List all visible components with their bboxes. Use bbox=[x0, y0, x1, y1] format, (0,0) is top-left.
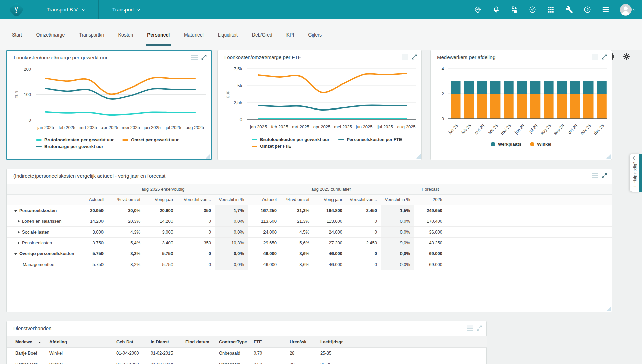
kpi-row-label[interactable]: Pensioenlasten bbox=[7, 237, 78, 248]
kpi-table-card[interactable]: (Indirecte)personeelskosten vergelijk ac… bbox=[6, 169, 612, 312]
legend-item-werkplaats[interactable]: Werkplaats bbox=[491, 142, 521, 147]
bar-werkplaats-dec-25[interactable] bbox=[597, 81, 607, 94]
series-line-brutomarge-per-gewerkt-uur[interactable] bbox=[46, 88, 195, 99]
column-header-medewe[interactable]: Medewe... bbox=[7, 336, 47, 347]
column-header-uren-wk[interactable]: Uren/wk bbox=[287, 336, 318, 347]
bar-winkel-jun-25[interactable] bbox=[517, 94, 527, 119]
series-line-omzet-per-fte[interactable] bbox=[258, 73, 407, 92]
card-menu-icon[interactable] bbox=[466, 325, 473, 331]
bar-winkel-feb-25[interactable] bbox=[464, 94, 474, 119]
column-header-in-dienst[interactable]: In Dienst bbox=[148, 336, 183, 347]
account-menu[interactable] bbox=[620, 4, 635, 16]
resize-grip[interactable] bbox=[416, 154, 421, 159]
notifications-bell-icon[interactable] bbox=[492, 6, 500, 14]
bar-werkplaats-okt-25[interactable] bbox=[570, 81, 580, 94]
column-header[interactable]: Verschil vori... bbox=[346, 194, 381, 205]
tab-materieel[interactable]: Materieel bbox=[177, 19, 211, 50]
column-header-fte[interactable]: FTE bbox=[251, 336, 287, 347]
legend-item-brutoloonkosten-per-gewerkt-uur[interactable]: Brutoloonkosten per gewerkt uur bbox=[36, 137, 114, 142]
legend-item-brutoloonkosten-per-gewerkt-uur[interactable]: Brutoloonkosten per gewerkt uur bbox=[252, 137, 329, 142]
bar-winkel-apr-25[interactable] bbox=[490, 94, 501, 119]
column-header[interactable]: % vd omzet bbox=[281, 194, 314, 205]
tasks-check-icon[interactable] bbox=[529, 6, 536, 14]
column-header[interactable]: Actueel bbox=[248, 194, 281, 205]
bar-werkplaats-sep-25[interactable] bbox=[557, 81, 567, 94]
expand-icon[interactable] bbox=[601, 173, 607, 179]
kpi-row-label[interactable]: Personeelskosten bbox=[7, 205, 78, 216]
tab-transportkn[interactable]: Transportkn bbox=[72, 19, 111, 50]
column-header[interactable]: Vorig jaar bbox=[144, 194, 177, 205]
column-header[interactable]: Vorig jaar bbox=[314, 194, 346, 205]
series-line-personeelskosten-per-fte[interactable] bbox=[258, 105, 407, 110]
bar-winkel-mrt-25[interactable] bbox=[477, 94, 487, 119]
kpi-row-label[interactable]: Lonen en salarissen bbox=[7, 216, 78, 226]
bar-winkel-aug-25[interactable] bbox=[544, 94, 554, 119]
resize-grip[interactable] bbox=[206, 154, 210, 159]
column-header[interactable]: Verschil in % bbox=[381, 194, 414, 205]
kpi-row-label[interactable]: Sociale lasten bbox=[7, 226, 78, 237]
main-menu-icon[interactable] bbox=[602, 6, 610, 14]
bar-werkplaats-aug-25[interactable] bbox=[544, 81, 554, 94]
bar-winkel-jan-25[interactable] bbox=[451, 94, 461, 119]
bar-winkel-nov-25[interactable] bbox=[583, 94, 594, 119]
dienstverbanden-card[interactable]: Dienstverbanden Medewe...AfdelingGeb.Dat… bbox=[6, 321, 487, 364]
column-header-geb-dat[interactable]: Geb.Dat bbox=[114, 336, 148, 347]
bar-werkplaats-mrt-25[interactable] bbox=[477, 81, 487, 94]
bar-winkel-okt-25[interactable] bbox=[570, 94, 580, 119]
tab-start[interactable]: Start bbox=[5, 19, 29, 50]
expand-icon[interactable] bbox=[476, 325, 482, 331]
bar-winkel-mei-25[interactable] bbox=[504, 94, 514, 119]
bar-winkel-jul-25[interactable] bbox=[530, 94, 541, 119]
kpi-row-label[interactable]: Overige personeelskosten bbox=[7, 248, 78, 259]
legend-item-omzet-per-gewerkt-uur[interactable]: Omzet per gewerkt uur bbox=[122, 137, 179, 142]
column-header-contracttype[interactable]: ContractType bbox=[216, 336, 251, 347]
bar-werkplaats-feb-25[interactable] bbox=[464, 81, 474, 94]
tab-kosten[interactable]: Kosten bbox=[111, 19, 140, 50]
tab-liquiditeit[interactable]: Liquiditeit bbox=[211, 19, 245, 50]
chart-card-loonkosten-per-fte[interactable]: Loonkosten/omzet/marge per FTE 02,5k5k7,… bbox=[217, 50, 422, 160]
legend-item-brutomarge-per-gewerkt-uur[interactable]: Brutomarge per gewerkt uur bbox=[36, 144, 104, 149]
sync-objects-icon[interactable] bbox=[510, 6, 518, 14]
legend-item-winkel[interactable]: Winkel bbox=[530, 142, 551, 147]
bar-werkplaats-jun-25[interactable] bbox=[517, 81, 527, 94]
legend-item-personeelskosten-per-fte[interactable]: Personeelskosten per FTE bbox=[338, 137, 402, 142]
card-menu-icon[interactable] bbox=[592, 173, 598, 179]
dossier-selector[interactable]: Transport bbox=[99, 0, 154, 19]
bar-winkel-sep-25[interactable] bbox=[557, 94, 567, 119]
series-line-brutoloonkosten-per-gewerkt-uur[interactable] bbox=[46, 112, 195, 115]
bar-werkplaats-jul-25[interactable] bbox=[530, 81, 541, 94]
advisor-badge-icon[interactable] bbox=[474, 6, 482, 14]
bar-werkplaats-jan-25[interactable] bbox=[451, 81, 461, 94]
app-logo[interactable]: V bbox=[0, 4, 33, 15]
bar-winkel-dec-25[interactable] bbox=[597, 94, 607, 119]
tools-wrench-icon[interactable] bbox=[565, 6, 573, 14]
column-header[interactable]: Verschil in % bbox=[215, 194, 248, 205]
tab-personeel[interactable]: Personeel bbox=[140, 19, 177, 50]
company-selector[interactable]: Transport B.V. bbox=[33, 0, 98, 19]
resize-grip[interactable] bbox=[606, 154, 611, 159]
column-header[interactable]: Actueel bbox=[78, 194, 108, 205]
column-header[interactable]: % vd omzet bbox=[108, 194, 144, 205]
kpi-row-label[interactable]: Managementfee bbox=[7, 259, 78, 270]
settings-gear-icon[interactable] bbox=[622, 52, 631, 61]
chart-card-loonkosten-per-uur[interactable]: Loonkosten/omzet/marge per gewerkt uur 0… bbox=[6, 50, 212, 160]
column-header[interactable]: Verschil vori... bbox=[177, 194, 215, 205]
help-question-icon[interactable]: ? bbox=[583, 6, 591, 14]
dv-row-denise-dor[interactable]: Denise Dor...Winkel01-07-199201-03-2014O… bbox=[7, 359, 487, 364]
bar-werkplaats-mei-25[interactable] bbox=[504, 81, 514, 94]
tab-deb-cred[interactable]: Deb/Cred bbox=[245, 19, 279, 50]
tab-cijfers[interactable]: Cijfers bbox=[301, 19, 329, 50]
column-header-eind-datum[interactable]: Eind datum ... bbox=[183, 336, 216, 347]
column-header-afdeling[interactable]: Afdeling bbox=[47, 336, 114, 347]
tab-omzet-marge[interactable]: Omzet/marge bbox=[29, 19, 72, 50]
chart-card-medewerkers[interactable]: Medewerkers per afdeling 024jan 25feb 25… bbox=[430, 50, 612, 160]
bar-werkplaats-apr-25[interactable] bbox=[490, 81, 501, 94]
column-header-leeftijdsgr[interactable]: Leeftijdsgr... bbox=[318, 336, 362, 347]
dv-row-bartje-boef[interactable]: Bartje BoefWinkel01-04-200001-02-2015Onb… bbox=[7, 347, 487, 359]
tab-kpi[interactable]: KPI bbox=[279, 19, 301, 50]
bar-werkplaats-nov-25[interactable] bbox=[583, 81, 594, 94]
apps-grid-icon[interactable] bbox=[547, 6, 555, 14]
legend-item-omzet-per-fte[interactable]: Omzet per FTE bbox=[252, 144, 291, 149]
resize-grip[interactable] bbox=[606, 307, 611, 311]
help-slideout-tab[interactable]: Hulp nodig? ... bbox=[630, 154, 642, 192]
